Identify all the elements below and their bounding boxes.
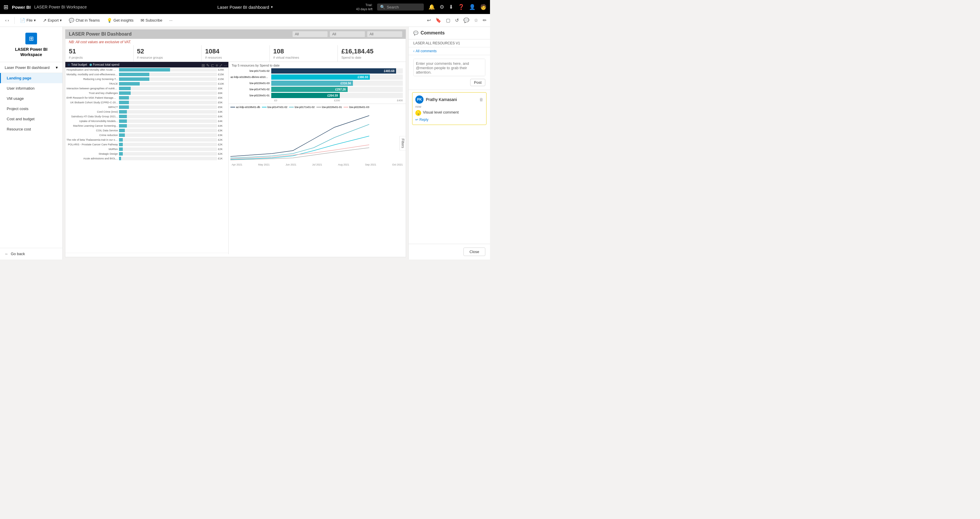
sidebar-item-vm-usage[interactable]: VM usage bbox=[0, 93, 62, 104]
account-icon[interactable]: 👤 bbox=[469, 4, 476, 10]
hbar-label: MoRNA bbox=[67, 148, 119, 151]
hbar-row: MoRNA £2K bbox=[65, 147, 228, 152]
comment-delete-icon[interactable]: 🗑 bbox=[479, 97, 483, 102]
hbar-row: UK Biobank Cohort Study (CPRD-C-20... £5… bbox=[65, 100, 228, 105]
stat-resources: 1084 # resources bbox=[202, 45, 270, 62]
report-title-chevron[interactable]: ▾ bbox=[271, 5, 273, 9]
stat-resources-label: # resources bbox=[205, 56, 266, 59]
get-insights-button[interactable]: 💡 Get insights bbox=[104, 17, 137, 24]
filter-dropdown-3[interactable]: All bbox=[367, 31, 402, 37]
get-insights-label: Get insights bbox=[113, 18, 134, 22]
settings-icon[interactable]: ⚙ bbox=[439, 4, 444, 10]
top5-axis-200: £200 bbox=[334, 99, 340, 102]
sidebar-item-user-information[interactable]: User information bbox=[0, 83, 62, 93]
avatar-icon[interactable]: 🧑 bbox=[480, 4, 487, 10]
sidebar-collapse-icon[interactable]: ▾ bbox=[56, 65, 58, 70]
top5-track: £316.56 bbox=[271, 81, 403, 86]
hbar-label: Interaction between geographies of nutri… bbox=[67, 87, 119, 90]
comments-back-button[interactable]: ‹ All comments bbox=[409, 47, 490, 55]
collapse-nav-button[interactable]: ‹ › bbox=[2, 17, 12, 24]
toolbar-right-tools: ↩ 🔖 ▢ ↺ 💬 ☆ ✏ bbox=[426, 16, 488, 24]
star-button[interactable]: ☆ bbox=[473, 16, 479, 24]
stat-projects-value: 51 bbox=[69, 48, 130, 55]
filter-dropdown-2[interactable]: All bbox=[330, 31, 365, 37]
copy-icon[interactable]: ⊏ bbox=[211, 63, 215, 68]
filters-tab[interactable]: Filters bbox=[399, 136, 406, 151]
line-axis-sep: Sep 2021 bbox=[365, 163, 377, 166]
bookmark-button[interactable]: 🔖 bbox=[434, 16, 442, 24]
sidebar-go-back[interactable]: ← Go back bbox=[0, 248, 62, 260]
comment-username: Prathy Kamasani bbox=[426, 97, 457, 102]
file-button[interactable]: 📄 File ▾ bbox=[17, 17, 39, 24]
help-icon[interactable]: ❓ bbox=[458, 4, 465, 10]
report-header-bar: LASER Power BI Dashboard All All All bbox=[65, 29, 406, 39]
sidebar-item-resource-cost[interactable]: Resource cost bbox=[0, 124, 62, 134]
hbar-val: £4K bbox=[217, 115, 227, 118]
close-comments-button[interactable]: Close bbox=[463, 248, 485, 256]
comment-textarea[interactable] bbox=[413, 59, 485, 76]
hbar-val: £15K bbox=[217, 78, 227, 81]
notification-icon[interactable]: 🔔 bbox=[428, 4, 435, 10]
hbar-val: £4K bbox=[217, 120, 227, 123]
left-chart-legend-forecast: Forecast total spend bbox=[89, 63, 119, 66]
edit-visual-icon[interactable]: ✎ bbox=[206, 63, 210, 68]
top5-row: lzw-p0171v01-02 £483.68 bbox=[231, 68, 404, 73]
line-legend-entry: az-lrdp-s0108v01-db bbox=[231, 106, 260, 109]
sidebar-title: LASER Power BI Workspace bbox=[5, 47, 58, 57]
sidebar-header: ⊞ LASER Power BI Workspace bbox=[0, 27, 62, 62]
hbar-fill bbox=[119, 147, 123, 151]
rectangle-button[interactable]: ▢ bbox=[445, 16, 452, 24]
left-chart-legend-budget: Total budget bbox=[68, 63, 87, 66]
more-options-button[interactable]: ··· bbox=[167, 17, 176, 24]
hbar-fill bbox=[119, 124, 127, 128]
hbar-val: £4K bbox=[217, 125, 227, 127]
hbar-container: Hospitalisation and Mortality after Acut… bbox=[65, 67, 228, 253]
sidebar-item-landing-page[interactable]: Landing page bbox=[0, 73, 62, 83]
comment-button[interactable]: 💬 bbox=[462, 16, 471, 24]
report-container: LASER Power BI Dashboard All All All NB:… bbox=[65, 29, 406, 257]
line-legend-label: lzw-p0171v01-02 bbox=[294, 106, 315, 109]
forecast-label: Forecast total spend bbox=[93, 63, 119, 66]
search-input[interactable] bbox=[387, 5, 422, 10]
hbar-fill bbox=[119, 138, 123, 142]
hbar-fill bbox=[119, 110, 127, 113]
sidebar-report-name: Laser Power BI dashboard bbox=[5, 65, 49, 70]
more-visual-icon[interactable]: ··· bbox=[224, 63, 227, 68]
app-grid-icon[interactable]: ⊞ bbox=[3, 3, 8, 11]
comments-title: Comments bbox=[421, 30, 445, 36]
post-comment-button[interactable]: Post bbox=[470, 79, 485, 86]
visual-icon[interactable]: ⊞ bbox=[202, 63, 205, 68]
left-chart-toolbar: ⊞ ✎ ⊏ ≡ ⤢ ··· bbox=[202, 63, 227, 68]
stat-projects: 51 # projects bbox=[65, 45, 134, 62]
hbar-label: Uptake of Micromobility Models... bbox=[67, 120, 119, 123]
hbar-axis-10k: £10K bbox=[170, 254, 176, 254]
refresh-button[interactable]: ↺ bbox=[454, 16, 460, 24]
hbar-track bbox=[119, 157, 217, 160]
stats-row: 51 # projects 52 # resource groups 1084 … bbox=[65, 45, 406, 62]
filter-dropdown-1[interactable]: All bbox=[293, 31, 328, 37]
chat-in-teams-button[interactable]: 💬 Chat in Teams bbox=[66, 17, 103, 24]
more-options-label: ··· bbox=[169, 18, 173, 22]
hbar-fill bbox=[119, 120, 127, 123]
hbar-val: £1K bbox=[217, 157, 227, 160]
sidebar-report-section[interactable]: Laser Power BI dashboard ▾ bbox=[0, 62, 62, 73]
sidebar: ⊞ LASER Power BI Workspace Laser Power B… bbox=[0, 27, 63, 260]
comments-icon: 💬 bbox=[413, 30, 418, 35]
comment-reply-button[interactable]: ↩ Reply bbox=[415, 118, 483, 122]
stat-spend-label: Spend to date bbox=[341, 56, 402, 59]
filter-icon[interactable]: ≡ bbox=[216, 63, 218, 68]
top5-track: £297.26 bbox=[271, 87, 403, 92]
hbar-val: £2K bbox=[217, 152, 227, 155]
subscribe-button[interactable]: ✉ Subscribe bbox=[138, 17, 165, 24]
edit-button[interactable]: ✏ bbox=[482, 16, 488, 24]
hbar-track bbox=[119, 73, 217, 76]
search-box[interactable]: 🔍 bbox=[377, 3, 424, 11]
sidebar-item-project-costs[interactable]: Project costs bbox=[0, 104, 62, 114]
hbar-label: The role of beta Thalassemia trait in ou… bbox=[67, 138, 119, 141]
hbar-row: Stratagic Design £2K bbox=[65, 152, 228, 156]
export-button[interactable]: ↗ Export ▾ bbox=[40, 17, 65, 24]
undo-button[interactable]: ↩ bbox=[426, 16, 432, 24]
download-icon[interactable]: ⬇ bbox=[449, 4, 453, 10]
sidebar-item-cost-and-budget[interactable]: Cost and budget bbox=[0, 114, 62, 124]
focus-icon[interactable]: ⤢ bbox=[219, 63, 223, 68]
